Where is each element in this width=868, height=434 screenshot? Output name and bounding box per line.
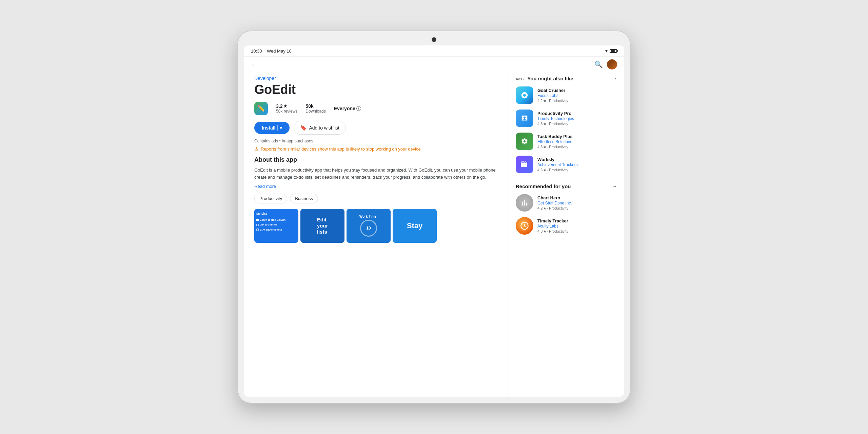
- downloads-meta: 50k Downloads: [305, 103, 326, 114]
- screenshot-4[interactable]: Stay: [393, 209, 437, 243]
- app-icon: ✏️: [254, 102, 268, 115]
- recommended-header: Recommended for you →: [516, 183, 617, 189]
- chart-hero-icon: [516, 194, 533, 212]
- screenshot-1[interactable]: My List Learn to use GoEdit Get grocerie…: [254, 209, 298, 243]
- app-item-goal-crusher[interactable]: Goal Crusher Focus Labs 4.2★ • Productiv…: [516, 86, 617, 104]
- app-meta: ✏️ 3.2 ★ 50k reviews 50k Downloads: [254, 102, 498, 115]
- audience-meta: Everyone i: [334, 106, 361, 111]
- screenshots-row: My List Learn to use GoEdit Get grocerie…: [254, 209, 498, 243]
- wifi-icon: ▾: [605, 48, 608, 54]
- nav-right: 🔍: [594, 59, 617, 70]
- install-dropdown-arrow[interactable]: ▾: [277, 125, 282, 131]
- avatar[interactable]: [607, 59, 617, 70]
- productivity-pro-icon: [516, 110, 533, 127]
- status-time: 10:30 Wed May 10: [251, 48, 292, 54]
- wishlist-button[interactable]: 🔖 Add to wishlist: [294, 121, 346, 135]
- timely-tracker-dev: Acuity Labs: [537, 224, 617, 229]
- you-might-arrow[interactable]: →: [612, 76, 617, 82]
- chart-hero-rating: 4.2★ • Productivity: [537, 206, 617, 211]
- downloads-label: Downloads: [305, 109, 326, 114]
- nav-left: ←: [251, 61, 258, 68]
- main-content: Developer GoEdit ✏️ 3.2 ★ 50k reviews: [244, 72, 509, 397]
- battery-icon: [610, 49, 617, 53]
- status-bar: 10:30 Wed May 10 ▾: [244, 45, 624, 57]
- wishlist-icon: 🔖: [300, 124, 307, 131]
- warning-row: ⚠ Reports from similar devices show this…: [254, 146, 498, 152]
- nav-bar: ← 🔍: [244, 57, 624, 72]
- task-buddy-rating: 4.3★ • Productivity: [537, 145, 617, 149]
- tags-row: Productivity Business: [254, 194, 498, 203]
- goal-crusher-name: Goal Crusher: [537, 88, 617, 93]
- rating-value: 3.2 ★: [276, 103, 287, 109]
- star-icon: ★: [283, 104, 287, 108]
- actions-row: Install ▾ 🔖 Add to wishlist: [254, 121, 498, 135]
- warning-text: Reports from similar devices show this a…: [261, 146, 421, 152]
- info-icon[interactable]: i: [356, 106, 361, 111]
- timely-tracker-name: Timely Tracker: [537, 218, 617, 223]
- sidebar-divider: [516, 179, 617, 179]
- install-button[interactable]: Install ▾: [254, 122, 290, 134]
- app-item-worksly[interactable]: Worksly Achievement Trackers 4.6★ • Prod…: [516, 156, 617, 173]
- tag-business[interactable]: Business: [290, 194, 318, 203]
- app-item-timely-tracker[interactable]: Timely Tracker Acuity Labs 4.3★ • Produc…: [516, 217, 617, 235]
- app-item-chart-hero[interactable]: Chart Hero Get Stuff Done Inc. 4.2★ • Pr…: [516, 194, 617, 212]
- app-item-productivity-pro[interactable]: Productivity Pro Timely Technologies 4.3…: [516, 110, 617, 127]
- worksly-rating: 4.6★ • Productivity: [537, 168, 617, 172]
- timely-tracker-rating: 4.3★ • Productivity: [537, 229, 617, 234]
- review-count: 50k reviews: [276, 109, 297, 114]
- ads-info: Contains ads • In-app purchases: [254, 139, 498, 143]
- app-description: GoEdit is a mobile productivity app that…: [254, 167, 498, 181]
- about-title: About this app: [254, 156, 498, 163]
- productivity-pro-name: Productivity Pro: [537, 111, 617, 116]
- chart-hero-name: Chart Hero: [537, 195, 617, 200]
- task-buddy-icon: [516, 133, 533, 150]
- screenshot-3[interactable]: Work Timer 10: [347, 209, 391, 243]
- downloads-value: 50k: [305, 103, 313, 109]
- tag-productivity[interactable]: Productivity: [254, 194, 287, 203]
- recommended-title: Recommended for you: [516, 183, 571, 189]
- audience-value: Everyone i: [334, 106, 361, 111]
- you-might-header: Ads • You might also like →: [516, 76, 617, 82]
- task-buddy-name: Task Buddy Plus: [537, 134, 617, 139]
- timely-tracker-icon: [516, 217, 533, 235]
- recommended-arrow[interactable]: →: [612, 183, 617, 189]
- warning-icon: ⚠: [254, 146, 259, 152]
- content-area: Developer GoEdit ✏️ 3.2 ★ 50k reviews: [244, 72, 624, 397]
- search-icon[interactable]: 🔍: [594, 60, 603, 68]
- tablet-device: 10:30 Wed May 10 ▾ ← 🔍: [237, 31, 631, 403]
- tablet-camera: [432, 37, 436, 42]
- rating-meta: 3.2 ★ 50k reviews: [276, 103, 297, 114]
- worksly-icon: [516, 156, 533, 173]
- back-button[interactable]: ←: [251, 61, 258, 68]
- you-might-title: You might also like: [527, 76, 573, 81]
- right-sidebar: Ads • You might also like →: [509, 72, 624, 397]
- productivity-pro-dev: Timely Technologies: [537, 116, 617, 121]
- ads-label: Ads •: [516, 77, 525, 81]
- worksly-name: Worksly: [537, 157, 617, 162]
- goal-crusher-rating: 4.2★ • Productivity: [537, 99, 617, 103]
- read-more-link[interactable]: Read more: [254, 184, 498, 189]
- developer-label[interactable]: Developer: [254, 76, 498, 81]
- app-item-task-buddy[interactable]: Task Buddy Plus Effortless Solutions 4.3…: [516, 133, 617, 150]
- goal-crusher-icon: [516, 86, 533, 104]
- status-icons: ▾: [605, 48, 617, 54]
- chart-hero-dev: Get Stuff Done Inc.: [537, 201, 617, 205]
- app-title: GoEdit: [254, 82, 498, 97]
- task-buddy-dev: Effortless Solutions: [537, 139, 617, 144]
- worksly-dev: Achievement Trackers: [537, 162, 617, 167]
- goal-crusher-dev: Focus Labs: [537, 93, 617, 98]
- screenshot-2[interactable]: Edityourlists: [300, 209, 344, 243]
- productivity-pro-rating: 4.3★ • Productivity: [537, 122, 617, 126]
- tablet-screen: 10:30 Wed May 10 ▾ ← 🔍: [244, 45, 624, 397]
